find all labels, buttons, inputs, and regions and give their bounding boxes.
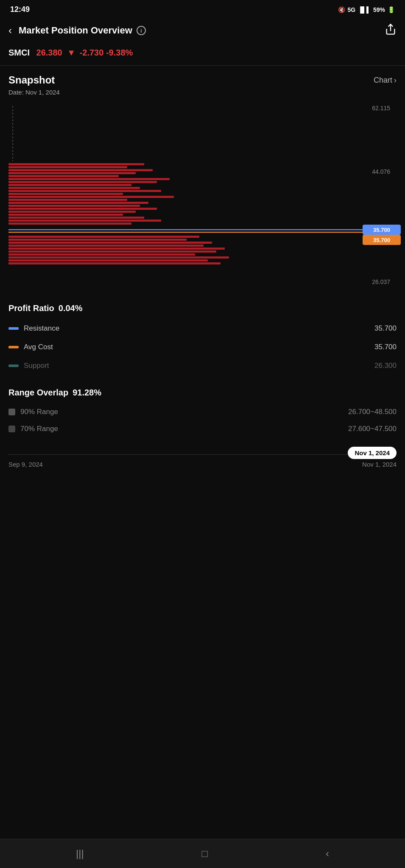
- svg-text:26.037: 26.037: [372, 278, 390, 285]
- legend-avg-cost: Avg Cost 35.700: [8, 338, 397, 356]
- ticker-arrow-icon: ▼: [67, 48, 75, 57]
- svg-rect-10: [8, 178, 170, 180]
- header-title-group: Market Position Overview i: [19, 25, 378, 36]
- chart-link[interactable]: Chart ›: [374, 76, 397, 85]
- range-overlap-value: 91.28%: [73, 388, 101, 398]
- range-90-item: 90% Range 26.700~48.500: [8, 403, 397, 420]
- range-70-swatch: [8, 426, 15, 432]
- svg-rect-7: [8, 169, 153, 171]
- range-90-label: 90% Range: [20, 408, 58, 416]
- avg-cost-label: Avg Cost: [24, 343, 53, 351]
- timeline-start-date: Sep 9, 2024: [8, 461, 43, 468]
- chart-link-label: Chart: [374, 76, 392, 85]
- resistance-label: Resistance: [24, 324, 59, 333]
- share-button[interactable]: [385, 23, 397, 38]
- svg-rect-6: [8, 166, 127, 168]
- svg-rect-29: [8, 239, 187, 241]
- range-70-item: 70% Range 27.600~47.500: [8, 420, 397, 437]
- mute-icon: 🔇: [338, 6, 345, 13]
- avg-cost-swatch: [8, 346, 19, 348]
- svg-rect-16: [8, 196, 174, 198]
- profit-ratio-value: 0.04%: [59, 303, 83, 313]
- snapshot-title: Snapshot: [8, 74, 55, 86]
- svg-rect-32: [8, 248, 225, 250]
- svg-rect-9: [8, 175, 119, 177]
- battery-icon: 🔋: [388, 6, 395, 13]
- resistance-value: 35.700: [374, 324, 397, 333]
- range-overlap-row: Range Overlap 91.28%: [8, 388, 397, 403]
- svg-rect-30: [8, 242, 212, 244]
- avg-cost-value: 35.700: [374, 343, 397, 351]
- range-90-swatch: [8, 409, 15, 415]
- svg-rect-20: [8, 208, 157, 210]
- info-icon[interactable]: i: [137, 26, 146, 35]
- market-chart: 62.115 44.076 26.037: [0, 102, 405, 288]
- status-time: 12:49: [10, 5, 30, 14]
- status-icons: 🔇 5G ▐▌▌ 59% 🔋: [338, 6, 395, 13]
- ticker-change-percent: -9.38%: [106, 48, 133, 57]
- back-button[interactable]: ‹: [8, 25, 12, 36]
- range-70-left: 70% Range: [8, 425, 58, 433]
- timeline-dates: Sep 9, 2024 Nov 1, 2024: [8, 461, 397, 472]
- stats-section: Profit Ratio 0.04% Resistance 35.700 Avg…: [0, 292, 405, 379]
- range-section: Range Overlap 91.28% 90% Range 26.700~48…: [0, 379, 405, 442]
- svg-rect-25: [8, 223, 131, 225]
- svg-rect-8: [8, 172, 136, 174]
- range-overlap-label: Range Overlap: [8, 388, 68, 398]
- nav-recents-icon[interactable]: |||: [76, 848, 84, 860]
- svg-rect-12: [8, 184, 131, 186]
- svg-rect-28: [8, 236, 199, 238]
- svg-rect-37: [8, 262, 221, 264]
- range-90-left: 90% Range: [8, 408, 58, 416]
- legend-support-left: Support: [8, 362, 49, 370]
- profit-ratio-row: Profit Ratio 0.04%: [8, 297, 397, 319]
- legend-avg-cost-left: Avg Cost: [8, 343, 53, 351]
- nav-back-icon[interactable]: ‹: [326, 848, 329, 860]
- snapshot-date: Date: Nov 1, 2024: [0, 89, 405, 102]
- ticker-symbol: SMCI: [8, 48, 30, 57]
- nav-home-icon[interactable]: □: [202, 848, 208, 860]
- svg-rect-34: [8, 253, 195, 256]
- range-70-value: 27.600~47.500: [348, 425, 397, 433]
- resistance-swatch: [8, 327, 19, 330]
- profit-ratio-label: Profit Ratio: [8, 303, 54, 313]
- divider-1: [0, 65, 405, 66]
- svg-rect-33: [8, 250, 216, 253]
- range-70-label: 70% Range: [20, 425, 58, 433]
- network-label: 5G: [348, 6, 356, 13]
- signal-icon: ▐▌▌: [358, 6, 371, 13]
- svg-rect-36: [8, 259, 208, 262]
- battery-label: 59%: [373, 6, 385, 13]
- ticker-price: 26.380: [36, 48, 62, 57]
- timeline-end-date: Nov 1, 2024: [362, 461, 397, 468]
- ticker-row: SMCI 26.380 ▼ -2.730 -9.38%: [0, 44, 405, 65]
- svg-text:35.700: 35.700: [373, 237, 390, 243]
- legend-resistance-left: Resistance: [8, 324, 59, 333]
- svg-rect-35: [8, 256, 229, 259]
- ticker-change: -2.730: [80, 48, 104, 57]
- svg-rect-19: [8, 205, 140, 207]
- support-value: 26.300: [374, 362, 397, 370]
- range-90-value: 26.700~48.500: [348, 408, 397, 416]
- legend-support: Support 26.300: [8, 356, 397, 375]
- status-bar: 12:49 🔇 5G ▐▌▌ 59% 🔋: [0, 0, 405, 17]
- svg-rect-24: [8, 220, 161, 222]
- svg-rect-17: [8, 199, 127, 201]
- bottom-nav: ||| □ ‹: [0, 839, 405, 868]
- svg-rect-11: [8, 181, 157, 183]
- legend-resistance: Resistance 35.700: [8, 319, 397, 338]
- svg-rect-31: [8, 245, 204, 247]
- svg-rect-15: [8, 193, 123, 195]
- svg-rect-14: [8, 190, 161, 192]
- svg-rect-22: [8, 214, 123, 216]
- svg-rect-5: [8, 163, 144, 165]
- timeline-pill: Nov 1, 2024: [348, 447, 397, 459]
- svg-rect-23: [8, 217, 144, 219]
- chevron-right-icon: ›: [394, 76, 397, 85]
- svg-rect-13: [8, 187, 140, 189]
- svg-text:44.076: 44.076: [372, 168, 390, 175]
- timeline-line: Nov 1, 2024: [8, 454, 397, 455]
- svg-rect-18: [8, 202, 148, 204]
- snapshot-header: Snapshot Chart ›: [0, 74, 405, 89]
- timeline-section: Nov 1, 2024 Sep 9, 2024 Nov 1, 2024: [0, 442, 405, 476]
